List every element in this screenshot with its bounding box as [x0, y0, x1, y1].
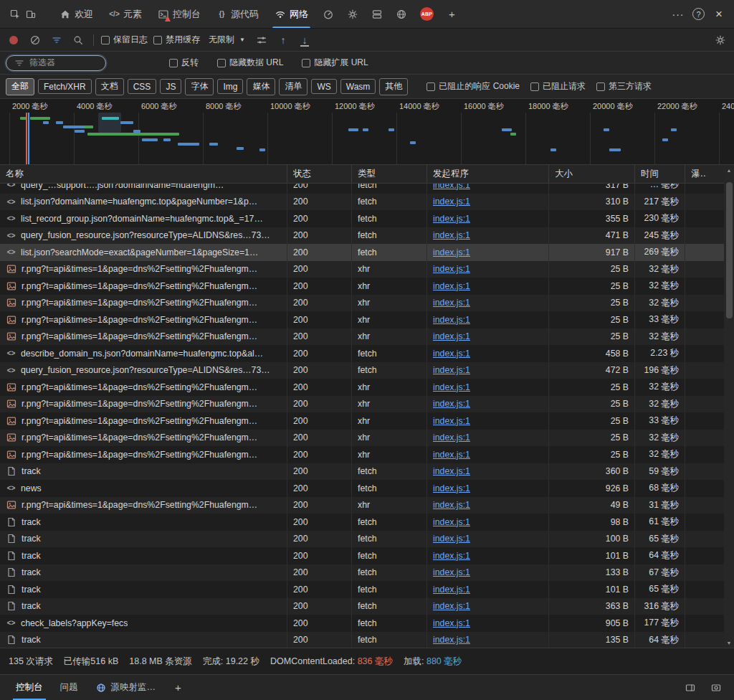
- filter-chip[interactable]: 其他: [379, 78, 408, 95]
- filter-checkbox[interactable]: 已阻止的响应 Cookie: [426, 80, 520, 93]
- close-devtools-icon[interactable]: ×: [711, 6, 727, 22]
- preserve-log-checkbox[interactable]: 保留日志: [101, 34, 148, 46]
- request-row[interactable]: r.png?t=api&times=1&page=dns%2Fsetting%2…: [0, 278, 734, 295]
- initiator-link[interactable]: index.js:1: [433, 450, 470, 460]
- request-row[interactable]: r.png?t=api&times=1&page=dns%2Fsetting%2…: [0, 311, 734, 328]
- filter-checkbox[interactable]: 第三方请求: [596, 80, 652, 93]
- request-row[interactable]: r.png?t=api&times=1&page=dns%2Fsetting%2…: [0, 295, 734, 312]
- request-row[interactable]: r.png?t=api&times=1&page=dns%2Fsetting%2…: [0, 497, 734, 514]
- initiator-link[interactable]: index.js:1: [433, 382, 470, 392]
- initiator-link[interactable]: index.js:1: [433, 585, 470, 595]
- request-row[interactable]: <>list.json?domainName=huafengmc.top&pag…: [0, 194, 734, 211]
- tab-sources[interactable]: {}源代码: [209, 0, 267, 28]
- initiator-link[interactable]: index.js:1: [433, 551, 470, 561]
- initiator-link[interactable]: index.js:1: [433, 365, 470, 375]
- request-row[interactable]: <>check_labels?appKey=fecs200fetchindex.…: [0, 615, 734, 632]
- filter-input[interactable]: 筛选器: [6, 55, 106, 71]
- request-row[interactable]: r.png?t=api&times=1&page=dns%2Fsetting%2…: [0, 446, 734, 463]
- request-row[interactable]: <>list.json?searchMode=exact&pageNumber=…: [0, 244, 734, 261]
- tab-security[interactable]: [389, 0, 414, 28]
- filter-chip[interactable]: 媒体: [247, 78, 275, 95]
- network-conditions-icon[interactable]: [254, 32, 270, 48]
- record-button[interactable]: [6, 32, 22, 48]
- tab-elements[interactable]: </>元素: [101, 0, 150, 28]
- settings-gear-icon[interactable]: [712, 32, 728, 48]
- initiator-link[interactable]: index.js:1: [433, 601, 470, 611]
- tab-performance[interactable]: [316, 0, 340, 28]
- request-row[interactable]: r.png?t=api&times=1&page=dns%2Fsetting%2…: [0, 412, 734, 430]
- initiator-link[interactable]: index.js:1: [433, 534, 470, 544]
- help-icon[interactable]: ?: [692, 8, 705, 20]
- initiator-link[interactable]: index.js:1: [433, 247, 470, 257]
- search-icon[interactable]: [70, 32, 86, 48]
- filter-chip[interactable]: Fetch/XHR: [38, 79, 92, 94]
- request-row[interactable]: track200fetchindex.js:1360 B59 毫秒: [0, 463, 734, 481]
- scrollbar-thumb[interactable]: [726, 182, 733, 318]
- tab-memory[interactable]: [340, 0, 365, 28]
- column-header-4[interactable]: 发起程序: [426, 165, 548, 183]
- initiator-link[interactable]: index.js:1: [433, 230, 470, 240]
- initiator-link[interactable]: index.js:1: [433, 432, 470, 443]
- column-header-1[interactable]: 名称: [0, 165, 287, 183]
- tab-adblock[interactable]: ABP: [414, 0, 440, 28]
- scroll-down-button[interactable]: ▼: [724, 638, 734, 648]
- request-row[interactable]: track200fetchindex.js:1101 B64 毫秒: [0, 547, 734, 564]
- initiator-link[interactable]: index.js:1: [433, 399, 470, 409]
- invert-checkbox[interactable]: 反转: [169, 57, 199, 69]
- initiator-link[interactable]: index.js:1: [433, 635, 470, 645]
- request-row[interactable]: <>query_fusion_resource.json?resourceTyp…: [0, 362, 734, 379]
- initiator-link[interactable]: index.js:1: [433, 298, 470, 308]
- drawer-tab-add-tab[interactable]: +: [164, 675, 192, 700]
- column-header-2[interactable]: 状态: [287, 165, 351, 183]
- tab-more-tabs[interactable]: +: [440, 0, 464, 28]
- filter-chip[interactable]: JS: [160, 79, 181, 94]
- filter-chip[interactable]: 清单: [279, 78, 308, 95]
- export-har-icon[interactable]: ↓: [297, 32, 313, 48]
- initiator-link[interactable]: index.js:1: [433, 281, 470, 291]
- drawer-tab-sourcemap[interactable]: 源映射监…: [87, 675, 165, 700]
- filter-toggle-icon[interactable]: [49, 32, 65, 48]
- tab-network[interactable]: 网络: [267, 0, 316, 28]
- initiator-link[interactable]: index.js:1: [433, 483, 470, 493]
- initiator-link[interactable]: index.js:1: [433, 618, 470, 628]
- hide-data-urls-checkbox[interactable]: 隐藏数据 URL: [217, 57, 283, 69]
- tab-welcome[interactable]: 欢迎: [52, 0, 101, 28]
- inspect-element-icon[interactable]: [7, 6, 23, 22]
- initiator-link[interactable]: index.js:1: [433, 466, 470, 476]
- filter-chip[interactable]: Wasm: [340, 79, 376, 94]
- request-row[interactable]: track200fetchindex.js:1133 B67 毫秒: [0, 564, 734, 582]
- initiator-link[interactable]: index.js:1: [433, 197, 470, 207]
- request-row[interactable]: <>query_fusion_resource.json?resourceTyp…: [0, 227, 734, 245]
- column-header-3[interactable]: 类型: [351, 165, 426, 183]
- request-row[interactable]: r.png?t=api&times=1&page=dns%2Fsetting%2…: [0, 379, 734, 396]
- initiator-link[interactable]: index.js:1: [433, 315, 470, 325]
- filter-chip[interactable]: 全部: [6, 78, 34, 95]
- throttling-select[interactable]: 无限制 ▼: [206, 32, 248, 47]
- request-row[interactable]: track200fetchindex.js:1100 B65 毫秒: [0, 531, 734, 548]
- filter-chip[interactable]: 字体: [185, 78, 214, 95]
- request-row[interactable]: <>describe_domain_ns.json?domainName=hua…: [0, 345, 734, 362]
- initiator-link[interactable]: index.js:1: [433, 416, 470, 426]
- tab-application[interactable]: [365, 0, 389, 28]
- filter-chip[interactable]: Img: [217, 79, 243, 94]
- tab-console[interactable]: 控制台: [150, 0, 209, 28]
- initiator-link[interactable]: index.js:1: [433, 349, 470, 359]
- column-header-5[interactable]: 大小: [548, 165, 634, 183]
- request-row[interactable]: r.png?t=api&times=1&page=dns%2Fsetting%2…: [0, 328, 734, 346]
- initiator-link[interactable]: index.js:1: [433, 214, 470, 224]
- scroll-up-button[interactable]: ▲: [724, 165, 734, 175]
- request-row[interactable]: track200fetchindex.js:198 B61 毫秒: [0, 514, 734, 531]
- initiator-link[interactable]: index.js:1: [433, 331, 470, 341]
- timeline-overview[interactable]: 2000 毫秒4000 毫秒6000 毫秒8000 毫秒10000 毫秒1200…: [0, 99, 734, 165]
- request-row[interactable]: r.png?t=api&times=1&page=dns%2Fsetting%2…: [0, 261, 734, 278]
- filter-checkbox[interactable]: 已阻止请求: [530, 80, 586, 93]
- drawer-tab-issues[interactable]: 问题: [52, 675, 87, 700]
- dock-side-icon[interactable]: [682, 680, 698, 696]
- request-row[interactable]: r.png?t=api&times=1&page=dns%2Fsetting%2…: [0, 430, 734, 447]
- clear-network-log-icon[interactable]: [27, 32, 43, 48]
- import-har-icon[interactable]: ↑: [275, 32, 291, 48]
- request-row[interactable]: <>list_record_group.json?domainName=huaf…: [0, 210, 734, 227]
- drawer-tab-console[interactable]: 控制台: [7, 675, 52, 700]
- initiator-link[interactable]: index.js:1: [433, 517, 470, 527]
- request-row[interactable]: track200fetchindex.js:1101 B65 毫秒: [0, 581, 734, 598]
